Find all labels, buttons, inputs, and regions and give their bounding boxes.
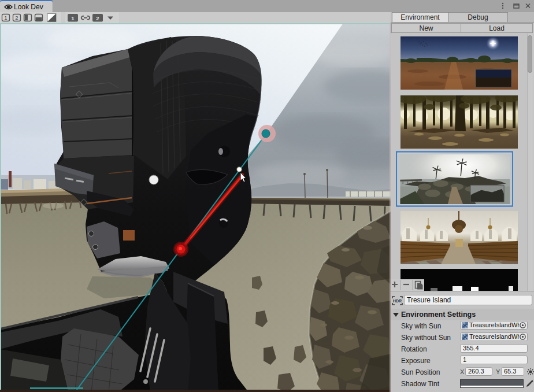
svg-text:1: 1	[71, 15, 75, 21]
svg-text:1: 1	[4, 14, 7, 21]
svg-text:2: 2	[15, 14, 18, 21]
svg-text:HDR: HDR	[393, 299, 402, 303]
svg-text:2: 2	[96, 15, 99, 21]
